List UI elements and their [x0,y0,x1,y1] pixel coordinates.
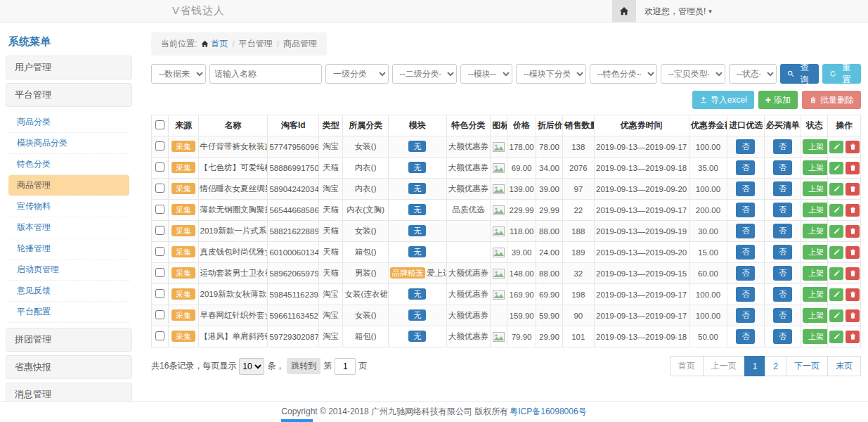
delete-button[interactable] [846,288,860,301]
delete-button[interactable] [846,141,860,153]
sidebar-sub-link[interactable]: 商品管理 [8,175,129,196]
status-toggle[interactable]: 上架 [803,181,828,196]
row-checkbox[interactable] [155,184,164,193]
edit-button[interactable] [829,331,843,343]
must-buy-toggle[interactable]: 否 [773,329,792,344]
prev-page-button[interactable]: 上一页 [703,356,745,376]
import-select-toggle[interactable]: 否 [736,329,755,344]
category1-select[interactable]: 一级分类 [325,64,389,84]
status-toggle[interactable]: 上架 [803,139,828,154]
status-toggle[interactable]: 上架 [803,160,828,175]
per-page-select[interactable]: 10 [239,358,264,375]
status-toggle[interactable]: 上架 [803,203,828,217]
edit-button[interactable] [829,267,843,280]
sidebar-sub-link[interactable]: 特色分类 [8,154,129,174]
sidebar-sub-link[interactable]: 版本管理 [8,217,129,238]
must-buy-toggle[interactable]: 否 [773,308,792,323]
select-all-checkbox[interactable] [155,120,164,129]
edit-button[interactable] [829,288,843,301]
user-menu[interactable]: 欢迎您，管理员! ▾ [636,6,868,18]
row-checkbox[interactable] [155,289,164,298]
sidebar-group-platform[interactable]: 平台管理 [6,83,132,107]
sidebar-group[interactable]: 拼团管理 [6,328,132,352]
must-buy-toggle[interactable]: 否 [773,181,792,196]
import-select-toggle[interactable]: 否 [736,266,755,281]
status-toggle[interactable]: 上架 [803,287,828,302]
edit-button[interactable] [829,162,843,174]
import-select-toggle[interactable]: 否 [736,308,755,323]
sidebar-sub-link[interactable]: 宣传物料 [8,196,129,217]
sidebar-sub-link[interactable]: 启动页管理 [8,260,129,280]
must-buy-toggle[interactable]: 否 [773,287,792,302]
delete-button[interactable] [846,204,860,217]
reset-button[interactable]: 重置 [822,64,861,84]
status-select[interactable]: --状态-- [729,64,777,84]
delete-button[interactable] [846,183,860,196]
import-select-toggle[interactable]: 否 [736,160,755,175]
row-checkbox[interactable] [155,331,164,340]
status-toggle[interactable]: 上架 [803,329,828,344]
row-checkbox[interactable] [155,268,164,277]
sidebar-sub-link[interactable]: 商品分类 [8,112,129,132]
jump-button[interactable]: 跳转到 [287,358,320,374]
row-checkbox[interactable] [155,226,164,235]
sidebar-sub-link[interactable]: 模块商品分类 [8,133,129,153]
edit-button[interactable] [829,141,843,153]
must-buy-toggle[interactable]: 否 [773,245,792,260]
row-checkbox[interactable] [155,205,164,214]
add-button[interactable]: + 添加 [758,91,798,109]
import-select-toggle[interactable]: 否 [736,203,755,217]
delete-button[interactable] [846,162,860,174]
row-checkbox[interactable] [155,310,164,319]
sidebar-group[interactable]: 省惠快报 [6,355,132,379]
row-checkbox[interactable] [155,141,164,151]
sidebar-sub-link[interactable]: 平台配置 [8,302,129,322]
page-2-button[interactable]: 2 [765,356,786,376]
delete-button[interactable] [846,246,860,259]
page-1-button[interactable]: 1 [744,356,766,376]
feature-select[interactable]: --特色分类-- [590,64,657,84]
status-toggle[interactable]: 上架 [803,224,828,238]
delete-button[interactable] [846,225,860,238]
delete-button[interactable] [846,267,860,280]
row-checkbox[interactable] [155,162,164,172]
edit-button[interactable] [829,183,843,196]
breadcrumb-home-link[interactable]: 首页 [201,38,228,50]
home-button[interactable] [612,0,636,23]
must-buy-toggle[interactable]: 否 [773,139,792,154]
sidebar-sub-link[interactable]: 意见反馈 [8,281,129,301]
edit-button[interactable] [829,246,843,259]
row-checkbox[interactable] [155,247,164,256]
icp-link[interactable]: 粤ICP备16098006号 [510,406,586,418]
data-source-select[interactable]: --数据来源-- [151,64,206,84]
last-page-button[interactable]: 末页 [827,356,861,376]
import-select-toggle[interactable]: 否 [736,139,755,154]
delete-button[interactable] [846,331,860,343]
next-page-button[interactable]: 下一页 [786,356,828,376]
sidebar-group[interactable]: 消息管理 [6,383,132,401]
search-button[interactable]: 查询 [780,64,819,84]
must-buy-toggle[interactable]: 否 [773,224,792,238]
status-toggle[interactable]: 上架 [803,245,828,260]
delete-button[interactable] [846,309,860,322]
import-select-toggle[interactable]: 否 [736,224,755,238]
must-buy-toggle[interactable]: 否 [773,203,792,217]
import-select-toggle[interactable]: 否 [736,245,755,260]
item-type-select[interactable]: --宝贝类型-- [661,64,725,84]
edit-button[interactable] [829,204,843,217]
status-toggle[interactable]: 上架 [803,266,828,281]
must-buy-toggle[interactable]: 否 [773,266,792,281]
edit-button[interactable] [829,225,843,238]
status-toggle[interactable]: 上架 [803,308,828,323]
first-page-button[interactable]: 首页 [670,356,704,376]
module-select[interactable]: --模块-- [460,64,512,84]
name-search-input[interactable] [209,64,322,84]
category2-select[interactable]: --二级分类-- [392,64,457,84]
import-select-toggle[interactable]: 否 [736,181,755,196]
import-excel-button[interactable]: 导入excel [692,91,754,109]
edit-button[interactable] [829,309,843,322]
sidebar-group-users[interactable]: 用户管理 [6,56,132,79]
page-number-input[interactable] [335,358,356,375]
must-buy-toggle[interactable]: 否 [773,160,792,175]
import-select-toggle[interactable]: 否 [736,287,755,302]
